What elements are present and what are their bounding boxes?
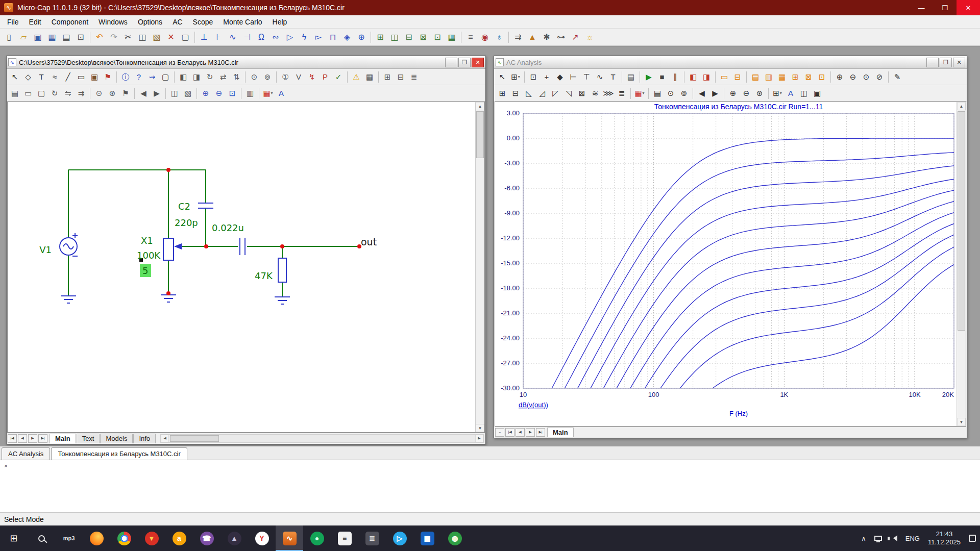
curve-run-6[interactable] [523,202,954,426]
app-viber[interactable]: ☎ [193,525,220,551]
curve-run-1[interactable] [523,138,954,426]
delete-icon[interactable]: ✕ [164,31,178,44]
scroll-thumb[interactable] [170,435,219,442]
probe-icon[interactable]: ↗ [569,31,582,44]
flip-y-icon[interactable]: ⇅ [230,71,242,83]
c2-ref-label[interactable]: C2 [178,201,190,212]
app-media-player-red[interactable]: ▼ [138,525,165,551]
stop-icon[interactable]: ■ [656,71,668,83]
panel-none-icon[interactable]: ⊡ [816,71,828,83]
c2-value-label[interactable]: 220p [175,217,198,228]
page-properties-icon[interactable]: ≣ [408,71,420,83]
schematic-close-button[interactable]: ✕ [472,58,484,67]
scroll-right-icon[interactable]: ▶ [475,435,483,442]
picture-mode-icon[interactable]: ▣ [88,71,101,83]
info-mode-icon[interactable]: ⓘ [119,71,132,83]
component-mode-icon[interactable]: ◇ [22,71,34,83]
internet-help-icon[interactable]: ♁ [493,31,506,44]
zoom-out-icon[interactable]: ⊖ [740,87,752,99]
component-diode-icon[interactable]: ▷ [283,31,297,44]
dropdown-arrow-icon[interactable]: ▾ [518,75,520,79]
new-file-icon[interactable]: ▯ [3,31,16,44]
go-to-x-icon[interactable]: ⊙ [665,87,677,99]
performance-tag-mode-icon[interactable]: ∿ [594,71,606,83]
point-tag-mode-icon[interactable]: ◆ [554,71,566,83]
zoom-in-icon[interactable]: ⊕ [834,71,846,83]
dropdown-arrow-icon[interactable]: ▾ [271,91,273,95]
step-selection-icon[interactable]: ⇉ [75,87,87,99]
analysis-restore-button[interactable]: ❒ [940,58,952,67]
minimize-button[interactable]: — [910,0,933,15]
menu-file[interactable]: File [2,18,24,26]
redo-view-icon[interactable]: ▶ [151,87,163,99]
scroll-down-icon[interactable]: ▼ [957,418,966,426]
sheet-tab-main[interactable]: Main [50,434,76,443]
help-mode-icon[interactable]: ? [133,71,145,83]
link-mode-icon[interactable]: ⇝ [146,71,158,83]
dropdown-arrow-icon[interactable]: ▾ [643,91,645,95]
component-resistor-icon[interactable]: Ω [255,31,268,44]
prev-page-button[interactable]: ◀ [18,434,27,443]
mirror-icon[interactable]: ⇋ [62,87,74,99]
last-page-button[interactable]: ▶| [38,434,47,443]
3d-plot-icon[interactable]: ▲ [526,31,539,44]
window-tab[interactable]: AC Analysis [2,447,50,460]
coupling-cap-value-label[interactable]: 0.022u [212,222,244,233]
menu-edit[interactable]: Edit [24,18,46,26]
sheet-tab-text[interactable]: Text [77,434,100,443]
find-in-files-icon[interactable]: ⊛ [106,87,118,99]
analysis-plot-canvas[interactable]: 3.000.00-3.00-6.00-9.00-12.00-15.00-18.0… [495,102,957,426]
split-window-vertical-icon[interactable]: ⊡ [431,31,444,44]
prev-page-button[interactable]: ◀ [516,428,525,437]
app-telegram[interactable]: ▷ [386,525,413,551]
accumulate-plots-icon[interactable]: ◨ [700,71,713,83]
cursor-mode-icon[interactable]: + [541,71,553,83]
repeat-find-icon[interactable]: ⊚ [261,71,274,83]
reduce-data-points-icon[interactable]: ◧ [687,71,699,83]
component-opamp-icon[interactable]: ▻ [312,31,325,44]
app-amigo-browser[interactable]: a [165,525,193,551]
next-waveform-icon[interactable]: ⋙ [602,87,615,99]
scroll-down-icon[interactable]: ▼ [476,424,484,432]
analysis-window-titlebar[interactable]: ∿ AC Analysis — ❒ ✕ [494,56,967,69]
panel-left-icon[interactable]: ▥ [763,71,775,83]
calculator-icon[interactable]: ▦ [445,31,458,44]
keep-scales-icon[interactable]: ⊠ [576,87,588,99]
numeric-output-icon[interactable]: ▤ [651,87,664,99]
tile-vertical-icon[interactable]: ◫ [388,31,401,44]
app-titlebar[interactable]: ∿ Micro-Cap 11.0.1.9 (32 bit) - C:\Users… [0,0,980,15]
auto-scale-icon[interactable]: ⊞ [496,87,508,99]
diagonal-wire-mode-icon[interactable]: ╱ [62,71,74,83]
last-page-button[interactable]: ▶| [536,428,545,437]
horizontal-tag-mode-icon[interactable]: ⊢ [567,71,579,83]
stepping-icon[interactable]: ⇉ [511,31,525,44]
to-front-icon[interactable]: ◧ [177,71,189,83]
scroll-left-icon[interactable]: ◀ [161,435,169,442]
select-all-icon[interactable]: ▢ [179,31,192,44]
find-icon[interactable]: ⊙ [93,87,105,99]
show-current-icon[interactable]: ↯ [306,71,318,83]
font-settings-icon[interactable]: A [785,87,797,99]
curve-run-10[interactable] [523,247,954,426]
volume-icon[interactable] [886,525,901,551]
graph-properties-icon[interactable]: ⊞▾ [509,71,522,83]
run-icon[interactable]: ▶ [643,71,655,83]
coupling-capacitor[interactable] [240,238,245,255]
scroll-thumb[interactable] [476,111,484,158]
component-macro-icon[interactable]: ⊕ [355,31,368,44]
curve-run-2[interactable] [523,153,954,426]
x1-ref-label[interactable]: X1 [141,235,153,246]
component-battery-icon[interactable]: ⊦ [212,31,225,44]
vertical-tag-mode-icon[interactable]: ⊤ [580,71,593,83]
x1-potentiometer[interactable] [163,238,182,260]
menu-help[interactable]: Help [267,18,292,26]
sheet-tab-main[interactable]: Main [547,428,574,437]
copy-to-clipboard-icon[interactable]: ◫ [168,87,181,99]
scroll-up-icon[interactable]: ▲ [957,102,966,110]
graphics-mode-icon[interactable]: ▭ [75,71,87,83]
schematic-horizontal-scrollbar[interactable]: ◀ ▶ [160,434,484,443]
to-back-icon[interactable]: ◨ [190,71,203,83]
search-icon[interactable] [28,525,55,551]
component-pulse-source-icon[interactable]: ⊓ [326,31,339,44]
schematic-window-titlebar[interactable]: ∿ C:\Users\37529\Desktop\всякое\Тонкомпе… [7,56,485,69]
